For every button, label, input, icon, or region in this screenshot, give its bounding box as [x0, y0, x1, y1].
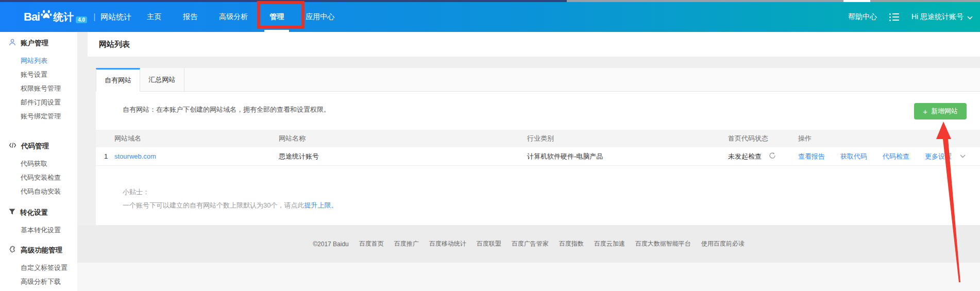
page-title: 网站列表 [88, 32, 980, 57]
site-list-card: 自有网站 汇总网站 自有网站：在本账户下创建的网站域名，拥有全部的查看和设置权限… [96, 68, 980, 225]
sidebar-item-basic-conversion-settings[interactable]: 基本转化设置 [9, 223, 77, 237]
code-icon [9, 142, 16, 150]
sidebar-item-code-auto-install[interactable]: 代码自动安装 [9, 184, 77, 198]
action-more-settings[interactable]: 更多设置 [925, 152, 952, 161]
chevron-down-icon[interactable] [967, 13, 973, 21]
logo-text-bai: Bai [24, 10, 40, 24]
sidebar-section-label: 高级功能管理 [21, 246, 62, 255]
footer-link-baidu-index[interactable]: 百度指数 [559, 239, 584, 248]
tips-body: 一个账号下可以建立的自有网站个数上限默认为30个，请点此 [123, 201, 304, 209]
footer-link-baidu-union[interactable]: 百度联盟 [477, 239, 501, 248]
sidebar-section-label: 代码管理 [21, 142, 49, 151]
help-center-link[interactable]: 帮助中心 [848, 12, 877, 22]
bottom-background [77, 263, 980, 291]
nav-manage[interactable]: 管理 [269, 2, 284, 32]
baidu-tongji-logo[interactable]: Bai 统计 4.0 | 网站统计 [24, 8, 131, 26]
site-industry: 计算机软件硬件-电脑产品 [527, 152, 728, 161]
main-area: 网站列表 自有网站 汇总网站 自有网站：在本账户下创建的网站域名，拥有全部的查看… [77, 32, 980, 291]
sidebar-section-label: 转化设置 [20, 208, 48, 217]
footer-link-bigdata-platform[interactable]: 百度大数据智能平台 [635, 239, 691, 248]
sidebar-section-conversion-settings[interactable]: 转化设置 [9, 206, 77, 219]
site-name: 思途统计账号 [279, 152, 527, 161]
table-row: 1 stourweb.com 思途统计账号 计算机软件硬件-电脑产品 未发起检查 [96, 147, 980, 166]
sidebar-item-permission-account-mgmt[interactable]: 权限账号管理 [9, 81, 77, 95]
footer-link-baidu-tuiguang[interactable]: 百度推广 [394, 239, 419, 248]
footer-link-cloud-acceleration[interactable]: 百度云加速 [594, 239, 625, 248]
table-header-row: 网站域名 网站名称 行业类别 首页代码状态 操作 [96, 130, 980, 147]
sidebar-section-label: 账户管理 [21, 39, 48, 48]
code-status-text: 未发起检查 [728, 152, 762, 161]
site-tabs: 自有网站 汇总网站 [96, 68, 980, 92]
sidebar-item-custom-label-settings[interactable]: 自定义标签设置 [9, 261, 77, 275]
site-list-icon[interactable] [889, 13, 899, 21]
funnel-icon [9, 209, 15, 216]
sidebar-item-advanced-analysis-download[interactable]: 高级分析下载 [9, 275, 77, 288]
footer-link-ad-manager[interactable]: 百度广告管家 [512, 239, 549, 248]
add-site-button[interactable]: + 新增网站 [914, 103, 967, 119]
puzzle-icon [9, 246, 16, 254]
footer-link-baidu-home[interactable]: 百度首页 [359, 239, 384, 248]
nav-home[interactable]: 主页 [147, 2, 161, 32]
sidebar-section-advanced-features[interactable]: 高级功能管理 [9, 243, 77, 257]
refresh-icon[interactable] [769, 152, 776, 161]
workspace: 账户管理 网站列表 账号设置 权限账号管理 邮件订阅设置 账号绑定管理 代码管理 [0, 32, 980, 291]
row-index: 1 [96, 152, 114, 160]
sidebar-item-email-subscription[interactable]: 邮件订阅设置 [9, 95, 77, 109]
col-header-status: 首页代码状态 [728, 134, 798, 143]
site-domain-link[interactable]: stourweb.com [114, 152, 156, 160]
own-sites-description: 自有网站：在本账户下创建的网站域名，拥有全部的查看和设置权限。 [96, 92, 980, 114]
add-site-button-label: 新增网站 [931, 107, 958, 116]
logo-text-tongji: 统计 [53, 10, 74, 24]
topbar-right: 帮助中心 Hi 思途统计账号 [848, 12, 973, 22]
col-header-domain: 网站域名 [114, 134, 279, 143]
user-icon [9, 39, 16, 47]
user-greeting: Hi 思途统计账号 [911, 12, 964, 22]
col-header-name: 网站名称 [279, 134, 527, 143]
user-menu[interactable]: Hi 思途统计账号 [911, 12, 973, 22]
action-get-code[interactable]: 获取代码 [840, 152, 867, 161]
tips-title: 小贴士： [123, 185, 980, 199]
sidebar-section-code-mgmt[interactable]: 代码管理 [9, 139, 77, 153]
col-header-actions: 操作 [798, 134, 980, 143]
nav-advanced-analysis[interactable]: 高级分析 [219, 2, 248, 32]
footer-link-must-read[interactable]: 使用百度前必读 [701, 239, 745, 248]
sidebar-item-account-binding[interactable]: 账号绑定管理 [9, 109, 77, 123]
sidebar: 账户管理 网站列表 账号设置 权限账号管理 邮件订阅设置 账号绑定管理 代码管理 [0, 32, 77, 291]
sidebar-section-account-mgmt[interactable]: 账户管理 [9, 36, 77, 50]
footer: ©2017 Baidu 百度首页 百度推广 百度移动统计 百度联盟 百度广告管家… [77, 225, 980, 263]
raise-limit-link[interactable]: 提升上限。 [304, 201, 337, 209]
action-view-report[interactable]: 查看报告 [798, 152, 825, 161]
tab-summary-sites[interactable]: 汇总网站 [140, 68, 184, 92]
footer-link-mobile-stats[interactable]: 百度移动统计 [429, 239, 466, 248]
topbar: Bai 统计 4.0 | 网站统计 主页 报告 高级分析 管理 应用中心 帮助中… [0, 2, 980, 32]
version-badge: 4.0 [76, 16, 87, 23]
col-header-industry: 行业类别 [527, 134, 728, 143]
baidu-paw-icon [40, 8, 53, 23]
tab-own-sites[interactable]: 自有网站 [96, 68, 140, 92]
sidebar-item-code-install-check[interactable]: 代码安装检查 [9, 170, 77, 184]
logo-divider: | [93, 12, 95, 22]
nav-report[interactable]: 报告 [183, 2, 197, 32]
tips-block: 小贴士： 一个账号下可以建立的自有网站个数上限默认为30个，请点此提升上限。 [123, 185, 980, 212]
sidebar-item-site-list[interactable]: 网站列表 [9, 54, 77, 67]
primary-nav: 主页 报告 高级分析 管理 应用中心 [147, 2, 334, 32]
action-code-check[interactable]: 代码检查 [883, 152, 909, 161]
site-table: 网站域名 网站名称 行业类别 首页代码状态 操作 1 stourweb.com … [96, 130, 980, 166]
sidebar-item-account-settings[interactable]: 账号设置 [9, 67, 77, 81]
more-settings-chevron-icon[interactable] [960, 155, 966, 158]
nav-app-center[interactable]: 应用中心 [306, 2, 334, 32]
plus-icon: + [923, 108, 927, 115]
product-name: 网站统计 [100, 12, 131, 22]
footer-copyright: ©2017 Baidu [313, 241, 349, 248]
sidebar-item-code-get[interactable]: 代码获取 [9, 157, 77, 170]
